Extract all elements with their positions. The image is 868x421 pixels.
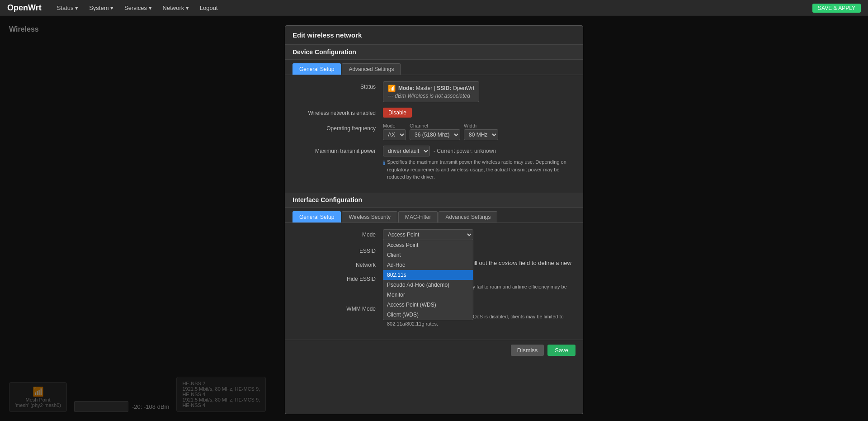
channel-col: Channel 36 (5180 Mhz) (410, 123, 460, 140)
network-label: Network (292, 260, 383, 268)
mode-control: Access Point Access Point Client Ad-Hoc … (383, 229, 576, 240)
nav-status[interactable]: Status ▾ (52, 3, 83, 13)
status-assoc: --- dBm Wireless is not associated (388, 93, 474, 99)
mode-option-monitor[interactable]: Monitor (383, 290, 473, 300)
device-config-title: Device Configuration (292, 48, 576, 56)
mode-option-80211s[interactable]: 802.11s (383, 270, 473, 280)
nav-menu: Status ▾ System ▾ Services ▾ Network ▾ L… (52, 3, 812, 13)
info-icon: ℹ (383, 159, 385, 168)
save-button[interactable]: Save (547, 345, 576, 356)
tab-mac-filter[interactable]: MAC-Filter (398, 211, 438, 222)
save-apply-button[interactable]: SAVE & APPLY (812, 4, 861, 13)
brand-logo: OpenWrt (7, 3, 42, 13)
tab-interface-advanced-settings[interactable]: Advanced Settings (439, 211, 497, 222)
mode-select[interactable]: AX (383, 129, 406, 140)
mode-col-label: Mode (383, 123, 406, 128)
wireless-enabled-row: Wireless network is enabled Disable (292, 108, 576, 118)
transmit-power-control: driver default - Current power: unknown … (383, 146, 576, 181)
transmit-power-row: Maximum transmit power driver default - … (292, 146, 576, 181)
tab-device-general-setup[interactable]: General Setup (292, 63, 341, 75)
modal-title: Edit wireless network (292, 31, 576, 39)
status-mode-label: Mode: Master | SSID: OpenWrt (398, 85, 474, 91)
mode-option-client[interactable]: Client (383, 250, 473, 260)
nav-services[interactable]: Services ▾ (120, 3, 156, 13)
tab-wireless-security[interactable]: Wireless Security (342, 211, 397, 222)
status-row: Status 📶 Mode: Master | SSID: OpenWrt --… (292, 81, 576, 102)
channel-select[interactable]: 36 (5180 Mhz) (410, 129, 460, 140)
nav-logout[interactable]: Logout (195, 3, 222, 13)
modal-footer: Dismiss Save (285, 340, 583, 360)
device-config-form: Status 📶 Mode: Master | SSID: OpenWrt --… (285, 75, 583, 193)
transmit-row: driver default - Current power: unknown (383, 146, 576, 156)
mode-option-adhoc[interactable]: Ad-Hoc (383, 260, 473, 270)
mode-row: Mode Access Point Access Point Client Ad… (292, 229, 576, 240)
transmit-select[interactable]: driver default (383, 146, 430, 156)
signal-icon: 📶 (388, 85, 396, 92)
transmit-info-text: Specifies the maximum transmit power the… (387, 158, 576, 181)
mode-col: Mode AX (383, 123, 406, 140)
status-control: 📶 Mode: Master | SSID: OpenWrt --- dBm W… (383, 81, 576, 102)
hide-essid-label: Hide ESSID (292, 274, 383, 282)
operating-freq-control: Mode AX Channel 36 (5180 Mhz) (383, 123, 576, 140)
navbar: OpenWrt Status ▾ System ▾ Services ▾ Net… (0, 0, 868, 16)
operating-freq-label: Operating frequency (292, 123, 383, 132)
tab-device-advanced-settings[interactable]: Advanced Settings (342, 63, 401, 75)
mode-option-access-point[interactable]: Access Point (383, 240, 473, 250)
essid-label: ESSID (292, 246, 383, 254)
status-box: 📶 Mode: Master | SSID: OpenWrt --- dBm W… (383, 81, 479, 102)
device-config-section: Device Configuration (285, 45, 583, 60)
channel-col-label: Channel (410, 123, 460, 128)
width-select[interactable]: 80 MHz (464, 129, 498, 140)
current-power-text: - Current power: unknown (434, 148, 496, 154)
width-col: Width 80 MHz (464, 123, 498, 140)
interface-mode-select[interactable]: Access Point (383, 229, 473, 240)
edit-wireless-modal: Edit wireless network Device Configurati… (285, 25, 583, 414)
interface-config-title: Interface Configuration (292, 196, 576, 203)
interface-config-section: Interface Configuration (285, 193, 583, 208)
navbar-right: SAVE & APPLY (812, 4, 861, 13)
tab-interface-general-setup[interactable]: General Setup (292, 211, 341, 222)
transmit-power-label: Maximum transmit power (292, 146, 383, 154)
wmm-mode-label: WMM Mode (292, 303, 383, 312)
dismiss-button[interactable]: Dismiss (511, 345, 544, 356)
freq-selects-row: Mode AX Channel 36 (5180 Mhz) (383, 123, 576, 140)
transmit-info: ℹ Specifies the maximum transmit power t… (383, 158, 576, 181)
mode-label: Mode (292, 229, 383, 238)
mode-option-access-point-wds[interactable]: Access Point (WDS) (383, 300, 473, 310)
mode-select-wrapper: Access Point Access Point Client Ad-Hoc … (383, 229, 473, 240)
modal-overlay: Edit wireless network Device Configurati… (0, 16, 868, 421)
nav-network[interactable]: Network ▾ (158, 3, 193, 13)
device-config-tabs: General Setup Advanced Settings (285, 60, 583, 75)
wireless-enabled-control: Disable (383, 108, 576, 118)
status-label: Status (292, 81, 383, 90)
width-col-label: Width (464, 123, 498, 128)
mode-option-client-wds[interactable]: Client (WDS) (383, 310, 473, 320)
nav-system[interactable]: System ▾ (85, 3, 118, 13)
interface-config-tabs: General Setup Wireless Security MAC-Filt… (285, 208, 583, 223)
mode-option-pseudo-adhoc[interactable]: Pseudo Ad-Hoc (ahdemo) (383, 280, 473, 290)
interface-config-form: Mode Access Point Access Point Client Ad… (285, 223, 583, 340)
modal-header: Edit wireless network (285, 26, 583, 45)
operating-freq-row: Operating frequency Mode AX Channel (292, 123, 576, 140)
disable-button[interactable]: Disable (383, 108, 412, 118)
status-line-1: 📶 Mode: Master | SSID: OpenWrt (388, 85, 474, 92)
mode-dropdown-list: Access Point Client Ad-Hoc 802.11s Pseud… (383, 240, 473, 320)
wireless-enabled-label: Wireless network is enabled (292, 108, 383, 116)
